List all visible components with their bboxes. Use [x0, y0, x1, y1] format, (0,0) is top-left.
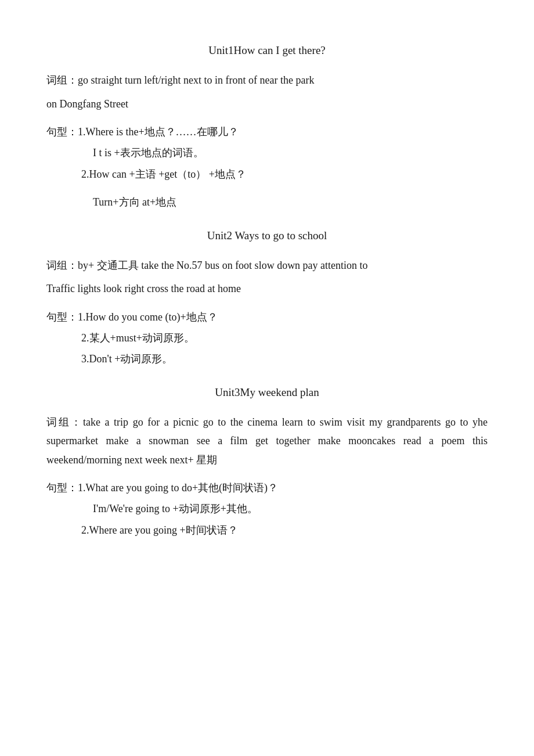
unit2-sentence2-main: 2.某人+must+动词原形。: [46, 329, 488, 347]
unit1-sentence2-main: 2.How can +主语 +get（to） +地点？: [46, 165, 488, 183]
unit2-sentence-label-line: 句型：1.How do you come (to)+地点？: [46, 308, 488, 326]
unit3-title: Unit3My weekend plan: [46, 383, 488, 402]
unit3-sentence2-main: 2.Where are you going +时间状语？: [46, 521, 488, 539]
unit3-sentence1-main: 1.What are you going to do+其他(时间状语)？: [78, 482, 278, 494]
unit1-vocab-line1: 词组：go straight turn left/right next to i…: [46, 71, 488, 89]
unit2-sentences: 句型：1.How do you come (to)+地点？ 2.某人+must+…: [46, 308, 488, 369]
unit1-vocab-label: 词组：: [46, 74, 78, 86]
unit2-vocab-line1: 词组：by+ 交通工具 take the No.57 bus on foot s…: [46, 256, 488, 275]
unit2-title: Unit2 Ways to go to school: [46, 226, 488, 246]
unit1-sentence-label-line: 句型：1.Where is the+地点？……在哪儿？: [46, 123, 488, 141]
unit3-section: Unit3My weekend plan 词组：take a trip go f…: [46, 383, 488, 540]
unit2-sentence3-main: 3.Don't +动词原形。: [46, 350, 488, 368]
unit3-vocab-label: 词组：: [46, 416, 83, 428]
unit3-vocab-line1: 词组：take a trip go for a picnic go to the…: [46, 413, 488, 469]
unit3-sentence-label-line: 句型：1.What are you going to do+其他(时间状语)？: [46, 478, 488, 497]
unit2-sentence1-main: 1.How do you come (to)+地点？: [78, 311, 218, 323]
unit1-vocab-items: go straight turn left/right next to in f…: [78, 74, 314, 86]
unit2-sentence-label: 句型：: [46, 311, 78, 323]
unit3-vocab-items: take a trip go for a picnic go to the ci…: [46, 416, 488, 466]
unit1-sentence-label: 句型：: [46, 126, 78, 138]
unit1-sentence2-sub1: Turn+方向 at+地点: [46, 193, 488, 211]
unit3-sentence1-sub1: I'm/We're going to +动词原形+其他。: [46, 499, 488, 518]
unit2-vocab-label: 词组：: [46, 260, 78, 271]
unit3-sentence-label: 句型：: [46, 482, 78, 494]
unit1-sentence1-main: 1.Where is the+地点？……在哪儿？: [78, 126, 239, 138]
unit2-section: Unit2 Ways to go to school 词组：by+ 交通工具 t…: [46, 226, 488, 369]
unit1-sentence1-sub1: I t is +表示地点的词语。: [46, 143, 488, 162]
unit1-sentences: 句型：1.Where is the+地点？……在哪儿？ I t is +表示地点…: [46, 123, 488, 212]
unit2-vocab-line2: Traffic lights look right cross the road…: [46, 279, 488, 298]
unit3-sentences: 句型：1.What are you going to do+其他(时间状语)？ …: [46, 478, 488, 539]
unit1-title: Unit1How can I get there?: [46, 41, 488, 60]
unit1-section: Unit1How can I get there? 词组：go straight…: [46, 41, 488, 212]
unit1-vocab-line2: on Dongfang Street: [46, 95, 488, 113]
unit2-vocab-items: by+ 交通工具 take the No.57 bus on foot slow…: [78, 260, 368, 271]
